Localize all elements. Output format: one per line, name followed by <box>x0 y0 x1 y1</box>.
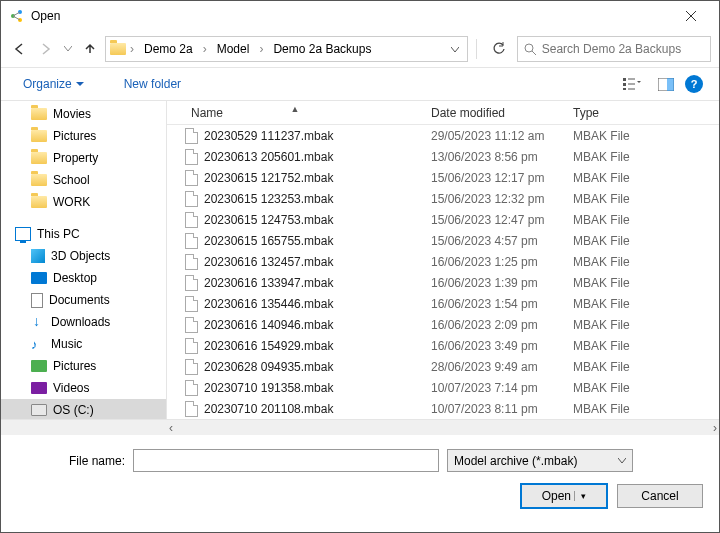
tree-pc-item[interactable]: Documents <box>1 289 166 311</box>
organize-button[interactable]: Organize <box>17 73 90 95</box>
tree-pc-item[interactable]: Downloads <box>1 311 166 333</box>
file-name: 20230615 121752.mbak <box>204 171 333 185</box>
filename-input[interactable] <box>133 449 439 472</box>
file-type: MBAK File <box>565 402 719 416</box>
breadcrumb-item[interactable]: Demo 2a Backups <box>267 40 377 58</box>
file-type-filter[interactable]: Model archive (*.mbak) <box>447 449 633 472</box>
tree-pc-item[interactable]: Pictures <box>1 355 166 377</box>
close-button[interactable] <box>671 2 711 30</box>
file-icon <box>185 275 198 291</box>
chevron-right-icon[interactable]: › <box>257 42 265 56</box>
file-row[interactable]: 20230616 133947.mbak16/06/2023 1:39 pmMB… <box>167 272 719 293</box>
file-date: 13/06/2023 8:56 pm <box>423 150 565 164</box>
tree-pc-item[interactable]: Music <box>1 333 166 355</box>
tree-folder-item[interactable]: Property <box>1 147 166 169</box>
tree-folder-item[interactable]: WORK <box>1 191 166 213</box>
folder-icon <box>31 196 47 208</box>
tree-folder-item[interactable]: Pictures <box>1 125 166 147</box>
tree-item-label: Property <box>53 151 98 165</box>
bottom-panel: File name: Model archive (*.mbak) Open ▾… <box>1 435 719 522</box>
forward-button[interactable] <box>35 38 57 60</box>
file-name: 20230616 154929.mbak <box>204 339 333 353</box>
folder-icon <box>110 43 126 55</box>
file-name: 20230710 191358.mbak <box>204 381 333 395</box>
tree-this-pc[interactable]: This PC <box>1 223 166 245</box>
folder-icon <box>31 130 47 142</box>
view-options-button[interactable] <box>617 72 647 96</box>
cancel-button[interactable]: Cancel <box>617 484 703 508</box>
file-row[interactable]: 20230616 135446.mbak16/06/2023 1:54 pmMB… <box>167 293 719 314</box>
tree-item-label: 3D Objects <box>51 249 110 263</box>
file-row[interactable]: 20230616 140946.mbak16/06/2023 2:09 pmMB… <box>167 314 719 335</box>
file-type: MBAK File <box>565 297 719 311</box>
file-row[interactable]: 20230613 205601.mbak13/06/2023 8:56 pmMB… <box>167 146 719 167</box>
file-type: MBAK File <box>565 129 719 143</box>
file-row[interactable]: 20230710 191358.mbak10/07/2023 7:14 pmMB… <box>167 377 719 398</box>
file-row[interactable]: 20230615 121752.mbak15/06/2023 12:17 pmM… <box>167 167 719 188</box>
filename-label: File name: <box>17 454 125 468</box>
tree-item-label: Pictures <box>53 129 96 143</box>
tree-pc-item[interactable]: Desktop <box>1 267 166 289</box>
tree-folder-item[interactable]: Movies <box>1 103 166 125</box>
file-name: 20230616 132457.mbak <box>204 255 333 269</box>
tree-pc-item[interactable]: 3D Objects <box>1 245 166 267</box>
file-icon <box>185 149 198 165</box>
file-date: 16/06/2023 1:39 pm <box>423 276 565 290</box>
refresh-button[interactable] <box>485 36 513 62</box>
file-type: MBAK File <box>565 150 719 164</box>
address-history-button[interactable] <box>447 42 463 56</box>
tree-item-label: Videos <box>53 381 89 395</box>
doc-icon <box>31 293 43 308</box>
file-row[interactable]: 20230615 124753.mbak15/06/2023 12:47 pmM… <box>167 209 719 230</box>
file-rows[interactable]: 20230529 111237.mbak29/05/2023 11:12 amM… <box>167 125 719 419</box>
nav-row: › Demo 2a › Model › Demo 2a Backups <box>1 31 719 67</box>
help-button[interactable]: ? <box>685 75 703 93</box>
column-header-type[interactable]: Type <box>565 106 719 120</box>
music-icon <box>31 337 45 351</box>
recent-locations-button[interactable] <box>61 46 75 52</box>
file-name: 20230613 205601.mbak <box>204 150 333 164</box>
chevron-right-icon[interactable]: › <box>201 42 209 56</box>
pc-icon <box>15 227 31 241</box>
new-folder-button[interactable]: New folder <box>118 73 187 95</box>
tree-pc-item[interactable]: OS (C:) <box>1 399 166 419</box>
file-row[interactable]: 20230529 111237.mbak29/05/2023 11:12 amM… <box>167 125 719 146</box>
tree-item-label: Downloads <box>51 315 110 329</box>
file-row[interactable]: 20230615 123253.mbak15/06/2023 12:32 pmM… <box>167 188 719 209</box>
tree-folder-item[interactable]: School <box>1 169 166 191</box>
file-row[interactable]: 20230710 201108.mbak10/07/2023 8:11 pmMB… <box>167 398 719 419</box>
open-button[interactable]: Open ▾ <box>521 484 607 508</box>
horizontal-scrollbar[interactable]: ‹› <box>1 419 719 435</box>
file-row[interactable]: 20230616 132457.mbak16/06/2023 1:25 pmMB… <box>167 251 719 272</box>
up-button[interactable] <box>79 38 101 60</box>
search-box[interactable] <box>517 36 711 62</box>
file-row[interactable]: 20230616 154929.mbak16/06/2023 3:49 pmMB… <box>167 335 719 356</box>
svg-rect-16 <box>667 78 674 91</box>
search-input[interactable] <box>542 42 704 56</box>
preview-pane-button[interactable] <box>651 72 681 96</box>
column-header-date[interactable]: Date modified <box>423 106 565 120</box>
file-row[interactable]: 20230615 165755.mbak15/06/2023 4:57 pmMB… <box>167 230 719 251</box>
tree-item-label: Movies <box>53 107 91 121</box>
navigation-tree[interactable]: MoviesPicturesPropertySchoolWORKThis PC3… <box>1 101 167 419</box>
tree-pc-item[interactable]: Videos <box>1 377 166 399</box>
address-bar[interactable]: › Demo 2a › Model › Demo 2a Backups <box>105 36 468 62</box>
file-icon <box>185 254 198 270</box>
file-date: 15/06/2023 12:17 pm <box>423 171 565 185</box>
tree-item-label: Documents <box>49 293 110 307</box>
title-bar: Open <box>1 1 719 31</box>
file-icon <box>185 359 198 375</box>
file-name: 20230710 201108.mbak <box>204 402 333 416</box>
search-icon <box>524 43 536 56</box>
column-header-name[interactable]: ▲Name <box>167 106 423 120</box>
file-type: MBAK File <box>565 213 719 227</box>
breadcrumb-item[interactable]: Demo 2a <box>138 40 199 58</box>
file-name: 20230529 111237.mbak <box>204 129 333 143</box>
dl-icon <box>31 315 45 329</box>
file-date: 16/06/2023 2:09 pm <box>423 318 565 332</box>
file-row[interactable]: 20230628 094935.mbak28/06/2023 9:49 amMB… <box>167 356 719 377</box>
breadcrumb-item[interactable]: Model <box>211 40 256 58</box>
file-type: MBAK File <box>565 360 719 374</box>
back-button[interactable] <box>9 38 31 60</box>
chevron-right-icon[interactable]: › <box>128 42 136 56</box>
